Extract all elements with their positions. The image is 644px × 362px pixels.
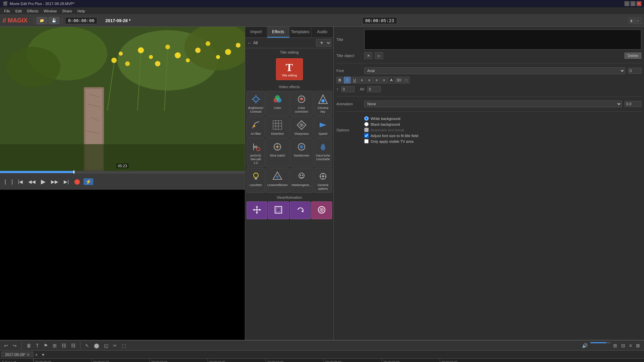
align-center-button[interactable]: ≡ bbox=[366, 77, 373, 83]
adjust-font-checkbox[interactable] bbox=[364, 133, 369, 138]
char-spacing-input[interactable] bbox=[367, 86, 381, 92]
auto-break-checkbox[interactable] bbox=[364, 128, 369, 132]
delete-button[interactable]: Delete bbox=[625, 53, 641, 59]
play-button[interactable]: ▶ bbox=[39, 177, 48, 187]
category-dropdown[interactable]: ▼ bbox=[316, 39, 331, 47]
close-button[interactable]: ✕ bbox=[637, 1, 641, 6]
effect-distortion[interactable]: Distortion bbox=[266, 117, 289, 138]
effect-gaussian[interactable]: Gaus'scheUnschärfe bbox=[314, 138, 332, 167]
title-object-btn1[interactable]: ✕ bbox=[364, 52, 372, 59]
underline-button[interactable]: U bbox=[351, 77, 358, 83]
menu-file[interactable]: File bbox=[1, 8, 13, 14]
effect-shot-match[interactable]: Shot match bbox=[266, 138, 289, 167]
text-button[interactable]: T bbox=[35, 342, 40, 349]
effect-color-correction[interactable]: Colorcorrection bbox=[290, 91, 313, 116]
title-editing-item[interactable]: T Title editing bbox=[276, 58, 303, 80]
bold-button[interactable]: B bbox=[336, 77, 343, 83]
align-right-button[interactable]: ≡ bbox=[373, 77, 380, 83]
effect-general[interactable]: Generaloptions bbox=[314, 168, 332, 193]
panel-btn-2[interactable]: ▷ bbox=[635, 18, 641, 24]
align-left-button[interactable]: ≡ bbox=[359, 77, 365, 83]
ripple-button[interactable]: ⬤ bbox=[93, 342, 101, 349]
back-button[interactable]: ← bbox=[247, 40, 252, 46]
chapter-button[interactable]: ⊞ bbox=[51, 342, 58, 349]
gaussian-svg bbox=[318, 142, 328, 152]
project-dropdown[interactable]: ▾ bbox=[40, 352, 46, 357]
tab-effects[interactable]: Effects bbox=[267, 27, 289, 38]
tl-right-controls: 🔊 ⊞ ⊟ ≡ ⊠ bbox=[581, 342, 641, 349]
mark-in-button[interactable]: [ bbox=[3, 178, 8, 186]
italic-button[interactable]: I bbox=[344, 77, 351, 83]
volume-slider[interactable] bbox=[590, 342, 610, 343]
black-bg-radio[interactable] bbox=[364, 122, 369, 126]
tab-audio[interactable]: Audio bbox=[311, 27, 333, 38]
add-project-tab[interactable]: + bbox=[33, 352, 40, 357]
effect-art-filter[interactable]: Art filter bbox=[247, 117, 265, 138]
link-button[interactable]: ⛓ bbox=[60, 342, 67, 349]
grp-button[interactable]: ⬚ bbox=[120, 342, 127, 349]
tab-import[interactable]: Import bbox=[245, 27, 267, 38]
tab-templates[interactable]: Templates bbox=[289, 27, 312, 38]
mark-out-button[interactable]: ] bbox=[9, 178, 15, 186]
tl-view-btn-4[interactable]: ⊠ bbox=[635, 342, 641, 349]
undo-button[interactable]: ↩ bbox=[3, 342, 9, 349]
line-spacing-input[interactable] bbox=[341, 86, 355, 92]
project-tab[interactable]: 2017-09-28* ✕ bbox=[1, 352, 33, 357]
visible-tv-checkbox[interactable] bbox=[364, 139, 369, 143]
marker-button[interactable]: ⚑ bbox=[42, 342, 49, 349]
panel-btn-1[interactable]: ◧ bbox=[629, 18, 635, 24]
unlink-button[interactable]: ⛓ bbox=[69, 342, 77, 349]
record-button[interactable]: ⬤ bbox=[72, 177, 82, 186]
effect-speed[interactable]: Speed bbox=[314, 117, 332, 138]
effect-crop[interactable] bbox=[268, 201, 289, 219]
effect-chroma-key[interactable]: Chroma key bbox=[314, 91, 332, 116]
effect-prodad[interactable]: proDADMercalli 2.0 bbox=[247, 138, 265, 167]
maximize-button[interactable]: □ bbox=[631, 1, 635, 6]
bg-button[interactable]: □ bbox=[403, 77, 410, 83]
effect-move-zoom[interactable] bbox=[247, 201, 267, 219]
animation-value-input[interactable] bbox=[625, 101, 641, 107]
tl-view-btn-3[interactable]: ≡ bbox=[628, 342, 633, 349]
minimize-button[interactable]: ─ bbox=[625, 1, 629, 6]
effect-color[interactable]: Color bbox=[266, 91, 289, 116]
menu-edit[interactable]: Edit bbox=[13, 8, 24, 14]
tl-view-btn-2[interactable]: ⊟ bbox=[620, 342, 627, 349]
vol-button[interactable]: 🔊 bbox=[581, 342, 589, 349]
3d-button[interactable]: 3D bbox=[395, 77, 402, 83]
menu-help[interactable]: Help bbox=[75, 8, 88, 14]
cut-button[interactable]: ✂ bbox=[112, 342, 118, 349]
effect-brightness[interactable]: Brightness/Contrast bbox=[247, 91, 265, 116]
cursor-button[interactable]: ↖ bbox=[84, 342, 91, 349]
next-frame-button[interactable]: ▶▶ bbox=[49, 178, 60, 186]
menu-effects[interactable]: Effects bbox=[24, 8, 41, 14]
delete-clip-button[interactable]: 🗑 bbox=[25, 342, 33, 349]
trim-button[interactable]: ◱ bbox=[103, 342, 110, 349]
close-tab-button[interactable]: ✕ bbox=[27, 353, 30, 357]
menu-window[interactable]: Window bbox=[41, 8, 59, 14]
redo-button[interactable]: ↪ bbox=[11, 342, 18, 349]
effect-sharpness[interactable]: Sharpness bbox=[290, 117, 313, 138]
timeline-content[interactable]: 00:00:00:00 00:00:01:00 00:00:02:00 00:0… bbox=[34, 359, 644, 362]
effect-rotation[interactable] bbox=[290, 201, 311, 219]
prev-frame-button[interactable]: ◀◀ bbox=[26, 178, 38, 186]
effect-transition[interactable] bbox=[311, 201, 332, 219]
font-size-input[interactable] bbox=[628, 68, 641, 74]
font-select[interactable]: Arial bbox=[364, 67, 625, 74]
align-justify-button[interactable]: ≡ bbox=[381, 77, 387, 83]
white-bg-radio[interactable] bbox=[364, 116, 369, 121]
tl-view-btn-1[interactable]: ⊞ bbox=[612, 342, 619, 349]
effect-linsenreflexion[interactable]: Linsenreflexion bbox=[266, 168, 289, 193]
effect-leuchten[interactable]: Leuchten bbox=[247, 168, 265, 193]
effect-maskengen[interactable]: Maskengene... bbox=[290, 168, 313, 193]
toolbar-open[interactable]: 📁 bbox=[37, 17, 47, 24]
scrub-bar[interactable] bbox=[0, 171, 245, 173]
loop-button[interactable]: ⚡ bbox=[84, 178, 93, 185]
effect-stanformen[interactable]: Stanformen bbox=[290, 138, 313, 167]
next-segment-button[interactable]: ▶| bbox=[62, 178, 71, 186]
toolbar-save[interactable]: 💾 bbox=[49, 17, 59, 24]
menu-share[interactable]: Share bbox=[59, 8, 74, 14]
animation-select[interactable]: None bbox=[364, 101, 622, 107]
title-object-btn2[interactable]: ▷ bbox=[375, 52, 383, 59]
font-color-button[interactable]: A bbox=[388, 77, 395, 83]
prev-segment-button[interactable]: |◀ bbox=[16, 178, 25, 186]
